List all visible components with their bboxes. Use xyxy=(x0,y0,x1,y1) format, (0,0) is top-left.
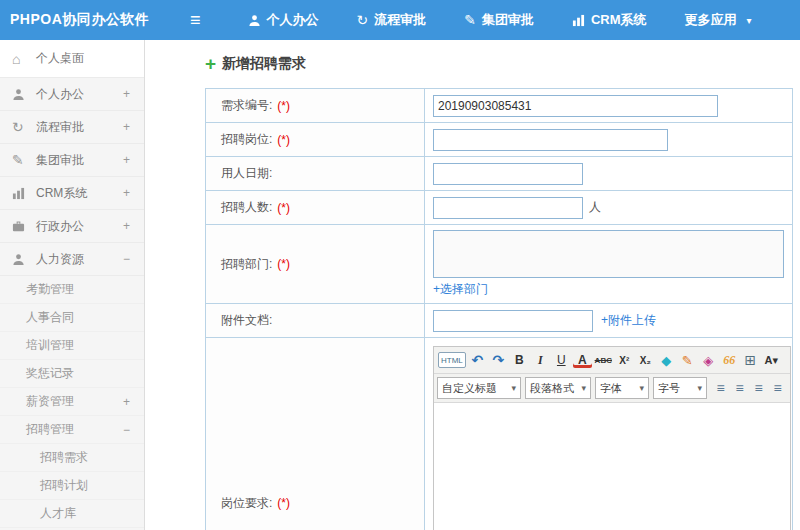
recruitment-demand-form: 需求编号: (*) 招聘岗位: (*) 用人日期: xyxy=(205,88,793,530)
attachment-input[interactable] xyxy=(433,310,593,332)
expand-toggle: + xyxy=(123,87,130,101)
home-icon: ⌂ xyxy=(12,51,28,67)
sidebar-item-group-approval[interactable]: ✎ 集团审批 + xyxy=(0,144,144,177)
underline-button[interactable]: U xyxy=(552,350,571,370)
sidebar-item-administrative-office[interactable]: 行政办公 + xyxy=(0,210,144,243)
expand-toggle: + xyxy=(123,186,130,200)
bold-button[interactable]: B xyxy=(510,350,529,370)
font-family-select[interactable]: 字体 ▾ xyxy=(595,377,649,399)
sidebar-item-attendance-management[interactable]: 考勤管理 xyxy=(0,276,144,304)
remove-format-button[interactable]: ◆ xyxy=(657,350,676,370)
chevron-down-icon: ▾ xyxy=(511,383,516,393)
sidebar-item-label: 集团审批 xyxy=(36,152,84,169)
html-source-button[interactable]: HTML xyxy=(438,352,466,368)
subscript-button[interactable]: X₂ xyxy=(636,350,655,370)
position-input[interactable] xyxy=(433,129,668,151)
sidebar-item-workflow-approval[interactable]: ↻ 流程审批 + xyxy=(0,111,144,144)
department-textarea[interactable] xyxy=(433,230,784,278)
chevron-down-icon: ▾ xyxy=(639,383,644,393)
sidebar-item-label: 招聘管理 xyxy=(26,421,74,438)
italic-button[interactable]: I xyxy=(531,350,550,370)
required-mark: (*) xyxy=(277,201,290,215)
attachment-upload-link[interactable]: +附件上传 xyxy=(601,312,656,329)
insert-table-button[interactable]: ⊞ xyxy=(741,350,760,370)
field-label-cell: 用人日期: xyxy=(206,157,425,190)
sidebar-item-talent-pool[interactable]: 人才库 xyxy=(0,500,144,528)
nav-group-approval[interactable]: ✎ 集团审批 xyxy=(445,0,553,40)
field-label: 岗位要求: xyxy=(221,495,272,512)
align-center-button[interactable]: ≡ xyxy=(730,378,749,398)
nav-personal-office[interactable]: 个人办公 xyxy=(229,0,338,40)
topbar: PHPOA协同办公软件 ≡ 个人办公 ↻ 流程审批 ✎ 集团审批 CRM系统 更… xyxy=(0,0,800,40)
sidebar-item-label: 行政办公 xyxy=(36,218,84,235)
nav-label: 流程审批 xyxy=(374,11,426,29)
field-label: 招聘岗位: xyxy=(221,131,272,148)
sidebar-item-rewards-punishments[interactable]: 奖惩记录 xyxy=(0,360,144,388)
collapse-toggle: − xyxy=(123,252,130,266)
align-left-button[interactable]: ≡ xyxy=(711,378,730,398)
sidebar-item-recruitment-demand[interactable]: 招聘需求 xyxy=(0,444,144,472)
nav-more-apps[interactable]: 更多应用 ▾ xyxy=(666,0,771,40)
chevron-down-icon: ▾ xyxy=(747,15,752,26)
sidebar-item-recruitment-management[interactable]: 招聘管理 − xyxy=(0,416,144,444)
font-color-button[interactable]: A xyxy=(573,352,592,368)
field-label-cell: 需求编号: (*) xyxy=(206,89,425,122)
heading-select[interactable]: 自定义标题 ▾ xyxy=(437,377,521,399)
sidebar-item-training-management[interactable]: 培训管理 xyxy=(0,332,144,360)
select-department-link[interactable]: +选择部门 xyxy=(433,281,488,298)
sidebar-item-personal-desktop[interactable]: ⌂ 个人桌面 xyxy=(0,40,144,78)
field-value-cell: +附件上传 xyxy=(425,304,792,337)
demand-no-input[interactable] xyxy=(433,95,718,117)
sidebar-item-human-resources[interactable]: 人力资源 − xyxy=(0,243,144,276)
strikethrough-button[interactable]: ABC xyxy=(594,350,613,370)
headcount-unit: 人 xyxy=(589,199,601,216)
font-style-dropdown-button[interactable]: A▾ xyxy=(762,350,781,370)
field-label-cell: 招聘人数: (*) xyxy=(206,191,425,224)
font-family-select-value: 字体 xyxy=(600,381,622,396)
nav-label: CRM系统 xyxy=(591,11,647,29)
align-justify-button[interactable]: ≡ xyxy=(768,378,787,398)
editor-toolbar-row1: HTML ↶ ↷ B I U A ABC X² X₂ ◆ ✎ ◈ xyxy=(434,347,790,374)
editor-toolbar-row2: 自定义标题 ▾ 段落格式 ▾ 字体 ▾ xyxy=(434,374,790,403)
sidebar-item-label: CRM系统 xyxy=(36,185,87,202)
chevron-down-icon: ▾ xyxy=(697,383,702,393)
format-brush-button[interactable]: ✎ xyxy=(678,350,697,370)
redo-button[interactable]: ↷ xyxy=(489,350,508,370)
collapse-toggle: − xyxy=(123,423,130,437)
highlight-color-button[interactable]: ◈ xyxy=(699,350,718,370)
superscript-button[interactable]: X² xyxy=(615,350,634,370)
blockquote-button[interactable]: 66 xyxy=(720,350,739,370)
form-row-department: 招聘部门: (*) +选择部门 xyxy=(206,225,792,304)
required-mark: (*) xyxy=(277,257,290,271)
edit-icon: ✎ xyxy=(464,12,476,28)
field-label: 招聘人数: xyxy=(221,199,272,216)
nav-workflow-approval[interactable]: ↻ 流程审批 xyxy=(338,0,446,40)
paragraph-format-select[interactable]: 段落格式 ▾ xyxy=(525,377,591,399)
sidebar-item-salary-management[interactable]: 薪资管理 + xyxy=(0,388,144,416)
sidebar-item-personal-office[interactable]: 个人办公 + xyxy=(0,78,144,111)
user-icon xyxy=(12,88,28,101)
editor-content-area[interactable] xyxy=(434,403,790,530)
sidebar-item-label: 人事合同 xyxy=(26,309,74,326)
menu-toggle-icon[interactable]: ≡ xyxy=(190,11,201,29)
sidebar-item-recruitment-plan[interactable]: 招聘计划 xyxy=(0,472,144,500)
headcount-input[interactable] xyxy=(433,197,583,219)
sidebar-item-label: 个人办公 xyxy=(36,86,84,103)
hire-date-input[interactable] xyxy=(433,163,583,185)
app-logo: PHPOA协同办公软件 xyxy=(0,11,190,29)
field-value-cell xyxy=(425,123,792,156)
nav-label: 个人办公 xyxy=(267,11,319,29)
bar-chart-icon xyxy=(572,14,585,27)
align-right-button[interactable]: ≡ xyxy=(749,378,768,398)
field-label: 招聘部门: xyxy=(221,256,272,273)
font-size-select[interactable]: 字号 ▾ xyxy=(653,377,707,399)
sidebar-item-personnel-contracts[interactable]: 人事合同 xyxy=(0,304,144,332)
workflow-icon: ↻ xyxy=(357,12,369,28)
field-value-cell: HTML ↶ ↷ B I U A ABC X² X₂ ◆ ✎ ◈ xyxy=(425,338,799,530)
form-row-headcount: 招聘人数: (*) 人 xyxy=(206,191,792,225)
sidebar-item-label: 招聘需求 xyxy=(40,449,88,466)
nav-crm-system[interactable]: CRM系统 xyxy=(553,0,666,40)
sidebar-item-crm-system[interactable]: CRM系统 + xyxy=(0,177,144,210)
chevron-down-icon: ▾ xyxy=(581,383,586,393)
undo-button[interactable]: ↶ xyxy=(468,350,487,370)
